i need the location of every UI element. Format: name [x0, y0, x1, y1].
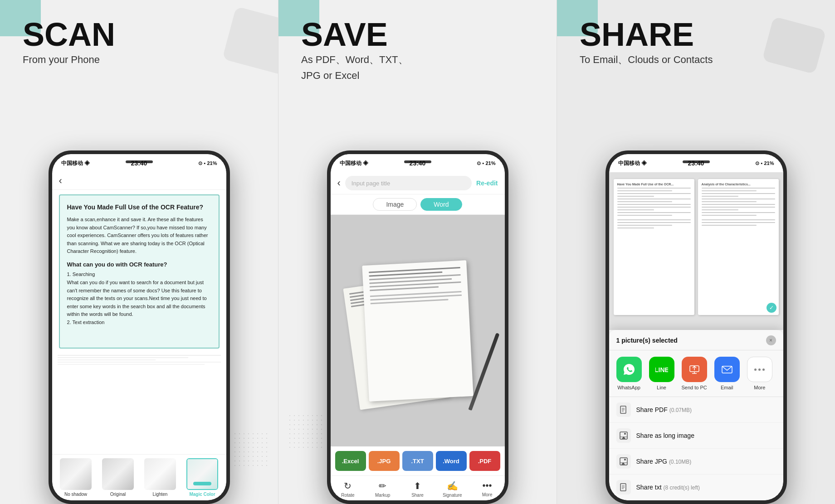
share-doc-preview: Have You Made Full Use of the OCR... [609, 172, 783, 330]
filter-label-lighten: Lighten [153, 492, 168, 497]
save-heading-block: SAVE As PDF、Word、TXT、 JPG or Excel [278, 18, 557, 82]
save-phone-wrapper: 中国移动 ◈ 23:40 ⊙ ▪ 21% ‹ Input page title … [327, 150, 508, 504]
scan-time: 23:40 [131, 160, 147, 167]
share-option-pdf[interactable]: Share PDF (0.07MB) [609, 397, 783, 423]
share-txt-sub: (8 credit(s) left) [663, 485, 700, 491]
filter-label-no-shadow: No shadow [64, 492, 87, 497]
scan-back-icon[interactable]: ‹ [59, 175, 62, 187]
share-jpg-text-wrapper: Share JPG (0.10MB) [636, 457, 692, 465]
share-icon: ⬆ [414, 480, 421, 491]
scan-doc-section1: What can you do with OCR feature? [67, 260, 211, 269]
save-bottom-toolbar: ↻ Rotate ✏ Markup ⬆ Share ✍ Signature [331, 475, 505, 500]
toolbar-markup[interactable]: ✏ Markup [365, 480, 400, 498]
format-pdf[interactable]: .PDF [469, 451, 500, 471]
share-panel: SHARE To Email、Clouds or Contacts 中国移动 ◈… [557, 0, 835, 504]
filter-thumb-inner3 [144, 458, 176, 490]
filter-thumb-inner2 [102, 458, 134, 490]
format-pills: .Excel .JPG .TXT .Word .PDF [331, 446, 505, 475]
save-status-right: ⊙ ▪ 21% [477, 160, 495, 166]
save-title-placeholder: Input page title [352, 180, 390, 187]
save-tabs: Image Word [331, 194, 505, 215]
scan-doc-body3: What can you do if you want to search fo… [67, 279, 211, 319]
scan-doc-area: Have You Made Full Use of the OCR Featur… [59, 194, 220, 349]
more-apps-label: More [754, 385, 765, 390]
line-icon: LINE [649, 357, 674, 382]
save-reedit-btn[interactable]: Re-edit [476, 179, 498, 187]
toolbar-share[interactable]: ⬆ Share [400, 480, 435, 498]
share-txt-text: Share txt [636, 484, 664, 491]
format-excel[interactable]: .Excel [335, 451, 366, 471]
toolbar-more-label: More [482, 492, 493, 497]
filter-magic-color[interactable]: Magic Color [183, 458, 222, 497]
share-status-left: 中国移动 ◈ [618, 160, 647, 167]
share-app-sendtopc[interactable]: Send to PC [682, 357, 707, 390]
share-options-list: Share PDF (0.07MB) [609, 397, 783, 500]
share-phone-screen: 中国移动 ◈ 23:40 ⊙ ▪ 21% Have You Made Full … [609, 154, 783, 500]
scan-title: SCAN [23, 18, 278, 51]
toolbar-rotate-label: Rotate [341, 493, 354, 498]
toolbar-signature[interactable]: ✍ Signature [435, 480, 470, 498]
toolbar-rotate[interactable]: ↻ Rotate [331, 480, 366, 498]
save-panel: SAVE As PDF、Word、TXT、 JPG or Excel 中国移动 … [278, 0, 557, 504]
filter-thumb-no-shadow [60, 458, 92, 490]
save-time: 23:40 [410, 160, 426, 167]
save-back-btn[interactable]: ‹ [337, 177, 341, 189]
filter-thumb-lighten [144, 458, 176, 490]
email-label: Email [721, 385, 733, 390]
format-txt[interactable]: .TXT [402, 451, 433, 471]
share-txt-icon [616, 480, 631, 494]
toolbar-signature-label: Signature [443, 493, 462, 498]
share-phone-wrapper: 中国移动 ◈ 23:40 ⊙ ▪ 21% Have You Made Full … [605, 150, 787, 504]
svg-text:LINE: LINE [655, 366, 668, 373]
save-tab-word[interactable]: Word [420, 198, 462, 211]
share-status-bar: 中国移动 ◈ 23:40 ⊙ ▪ 21% [609, 154, 783, 172]
share-longimage-icon [616, 428, 631, 443]
scan-phone-screen: 中国移动 ◈ 23:40 ⊙ ▪ 21% ‹ Have You Made Ful… [52, 154, 226, 500]
scan-status-bar: 中国移动 ◈ 23:40 ⊙ ▪ 21% [52, 154, 226, 172]
toolbar-markup-label: Markup [375, 493, 390, 498]
filter-lighten[interactable]: Lighten [141, 458, 180, 497]
scan-status-left: 中国移动 ◈ [61, 160, 90, 167]
svg-point-14 [624, 433, 626, 435]
save-doc-pages [345, 245, 490, 417]
share-selected-count: 1 picture(s) selected [616, 337, 678, 344]
scan-toolbar: No shadow Original [52, 454, 226, 500]
share-option-jpg[interactable]: Share JPG (0.10MB) [609, 449, 783, 475]
share-phone-frame: 中国移动 ◈ 23:40 ⊙ ▪ 21% Have You Made Full … [605, 150, 787, 504]
share-app-whatsapp[interactable]: WhatsApp [616, 357, 642, 390]
share-app-email[interactable]: Email [714, 357, 740, 390]
filter-row: No shadow Original [52, 458, 226, 497]
share-txt-text-wrapper: Share txt (8 credit(s) left) [636, 483, 700, 491]
share-app-line[interactable]: LINE Line [649, 357, 674, 390]
save-subtitle2: JPG or Excel [301, 69, 557, 82]
deco-dots [233, 431, 269, 468]
scan-content: Have You Made Full Use of the OCR Featur… [52, 190, 226, 500]
toolbar-more[interactable]: ••• More [470, 480, 505, 498]
markup-icon: ✏ [379, 480, 386, 491]
save-tab-image[interactable]: Image [373, 198, 417, 211]
share-jpg-sub: (0.10MB) [669, 459, 691, 465]
share-option-txt[interactable]: Share txt (8 credit(s) left) [609, 475, 783, 500]
save-phone-frame: 中国移动 ◈ 23:40 ⊙ ▪ 21% ‹ Input page title … [327, 150, 508, 504]
signature-icon: ✍ [447, 480, 458, 491]
toolbar-share-label: Share [411, 493, 424, 498]
share-option-longimage[interactable]: Share as long image [609, 423, 783, 449]
save-doc-preview [331, 215, 505, 446]
filter-original[interactable]: Original [99, 458, 137, 497]
share-app-more[interactable]: More [747, 357, 772, 390]
scan-doc-body1: Make a scan,enhance it and save it. Are … [67, 216, 211, 256]
filter-no-shadow[interactable]: No shadow [57, 458, 95, 497]
filter-label-original: Original [110, 492, 126, 497]
scan-status-right: ⊙ ▪ 21% [198, 160, 217, 166]
save-status-bar: 中国移动 ◈ 23:40 ⊙ ▪ 21% [331, 154, 505, 172]
format-word[interactable]: .Word [436, 451, 467, 471]
format-jpg[interactable]: .JPG [369, 451, 400, 471]
share-page-left: Have You Made Full Use of the OCR... [614, 179, 694, 315]
whatsapp-icon [616, 357, 642, 382]
filter-thumb-magic [186, 458, 218, 490]
save-subtitle1: As PDF、Word、TXT、 [301, 53, 557, 67]
save-title-input[interactable]: Input page title [345, 176, 472, 190]
svg-point-18 [624, 459, 626, 460]
share-close-btn[interactable]: × [766, 335, 776, 345]
share-subtitle: To Email、Clouds or Contacts [580, 53, 835, 67]
